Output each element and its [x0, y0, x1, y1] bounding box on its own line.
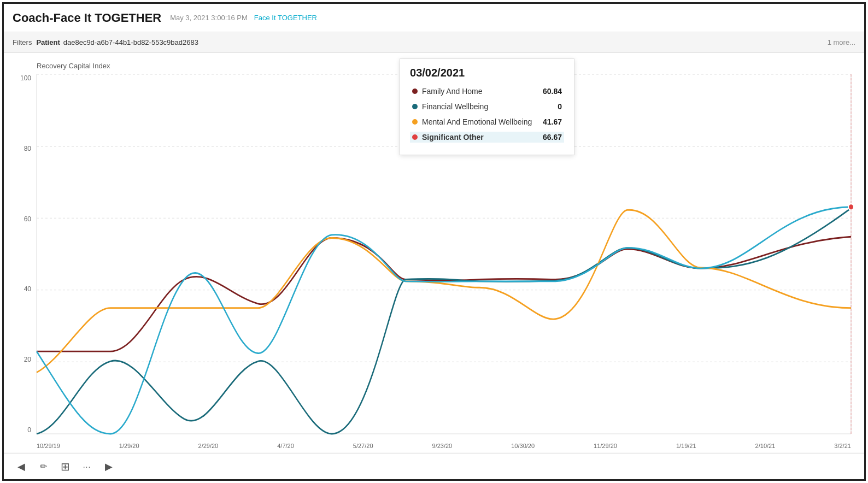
tooltip-series-2: Mental And Emotional Wellbeing: [422, 117, 534, 126]
tooltip-dot-2: [412, 119, 418, 125]
y-axis-80: 80: [9, 145, 31, 152]
tooltip-dot-1: [412, 104, 418, 109]
tooltip-date: 03/02/2021: [410, 67, 564, 79]
forward-button[interactable]: ▶: [100, 458, 118, 475]
tooltip-series-1: Financial Wellbeing: [422, 102, 549, 111]
grid-button[interactable]: ⊞: [56, 458, 74, 475]
tooltip-value-0: 60.84: [543, 87, 562, 96]
app-title: Coach-Face It TOGETHER: [13, 11, 161, 25]
tooltip-dot-3: [412, 134, 418, 140]
header: Coach-Face It TOGETHER May 3, 2021 3:00:…: [4, 4, 864, 32]
x-label-4: 5/27/20: [353, 443, 373, 449]
edit-button[interactable]: ✏: [34, 458, 52, 475]
more-link[interactable]: 1 more...: [828, 38, 855, 46]
bottom-toolbar: ◀ ✏ ⊞ ··· ▶: [4, 453, 864, 479]
filters-bar: Filters Patient dae8ec9d-a6b7-44b1-bd82-…: [4, 32, 864, 53]
tooltip-value-3: 66.67: [543, 133, 562, 142]
tooltip-value-2: 41.67: [543, 117, 562, 126]
y-axis-20: 20: [9, 356, 31, 363]
patient-id: dae8ec9d-a6b7-44b1-bd82-553c9bad2683: [63, 38, 198, 46]
y-axis-100: 100: [9, 74, 31, 82]
x-label-5: 9/23/20: [432, 443, 453, 449]
patient-label: Patient: [36, 38, 60, 46]
x-label-9: 2/10/21: [755, 443, 776, 449]
x-label-8: 1/19/21: [676, 443, 696, 449]
tooltip-series-3: Significant Other: [422, 133, 534, 142]
tooltip-row-3: Significant Other 66.67: [410, 132, 564, 143]
x-label-7: 11/29/20: [594, 443, 617, 449]
tooltip-row-2: Mental And Emotional Wellbeing 41.67: [410, 116, 564, 127]
x-label-10: 3/2/21: [834, 443, 851, 449]
y-axis-40: 40: [9, 285, 31, 293]
chart-tooltip: 03/02/2021 Family And Home 60.84 Financi…: [400, 58, 574, 155]
y-axis-60: 60: [9, 215, 31, 223]
tooltip-value-1: 0: [558, 102, 562, 111]
tooltip-dot-0: [412, 89, 418, 94]
header-date: May 3, 2021 3:00:16 PM: [170, 14, 248, 22]
face-together-link[interactable]: Face It TOGETHER: [254, 14, 317, 22]
more-button[interactable]: ···: [78, 458, 96, 475]
x-label-2: 2/29/20: [198, 443, 219, 449]
filters-label: Filters: [13, 38, 32, 46]
tooltip-series-0: Family And Home: [422, 87, 534, 96]
tooltip-row-0: Family And Home 60.84: [410, 86, 564, 97]
x-label-0: 10/29/19: [37, 443, 60, 449]
back-button[interactable]: ◀: [13, 458, 30, 475]
x-label-6: 10/30/20: [511, 443, 535, 449]
y-axis-0: 0: [9, 426, 31, 434]
x-label-3: 4/7/20: [277, 443, 294, 449]
tooltip-row-1: Financial Wellbeing 0: [410, 101, 564, 112]
x-label-1: 1/29/20: [119, 443, 139, 449]
